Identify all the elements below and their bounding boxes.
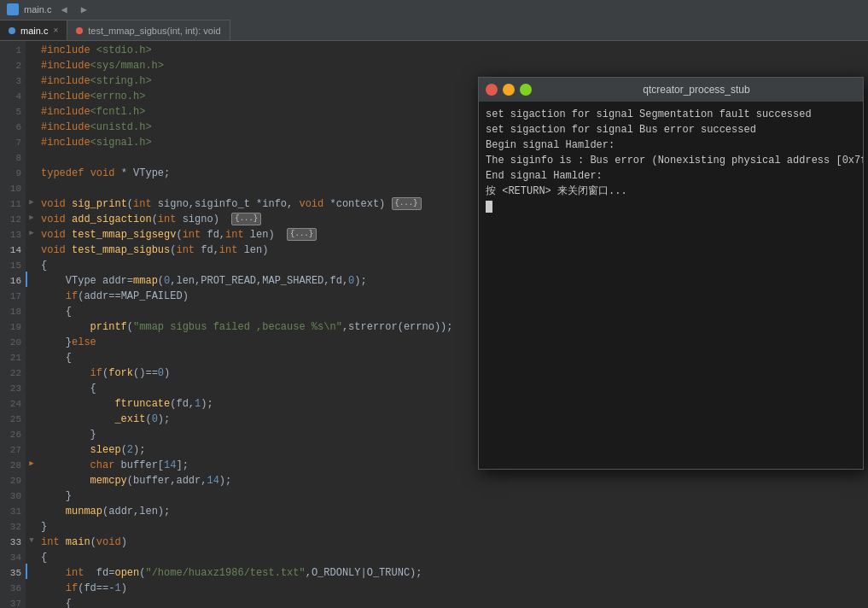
ln-10: 10 [0, 181, 21, 196]
ln-2: 2 [0, 58, 21, 73]
terminal-line-3: Begin signal Hamlder: [486, 139, 615, 151]
ln-4: 4 [0, 89, 21, 104]
collapse-test-sigsegv[interactable]: {...} [287, 228, 317, 241]
terminal-minimize-button[interactable] [503, 84, 515, 96]
collapse-sig-print[interactable]: {...} [392, 197, 422, 210]
tab-arrow-left[interactable]: ◀ [56, 3, 71, 16]
terminal-line-1: set sigaction for signal Segmentation fa… [486, 108, 812, 120]
terminal-line-2: set sigaction for signal Bus error succe… [486, 124, 756, 136]
title-bar-icons [7, 3, 19, 15]
ln-1: 1 [0, 43, 21, 58]
ln-18: 18 [0, 304, 21, 319]
ln-16: 16 [0, 273, 21, 289]
tab-test-mmap[interactable]: test_mmap_sigbus(int, int): void [67, 20, 230, 40]
line-numbers: 1 2 3 4 5 6 7 8 9 10 11 12 13 14 15 16 1… [0, 41, 26, 608]
collapse-add-sigaction[interactable]: {...} [231, 213, 261, 225]
tab-bar: main.c × test_mmap_sigbus(int, int): voi… [0, 19, 868, 41]
ln-27: 27 [0, 442, 21, 458]
ln-24: 24 [0, 396, 21, 412]
fold-13[interactable]: ▶ [26, 225, 38, 241]
app-icon [7, 3, 19, 15]
ln-19: 19 [0, 319, 21, 335]
ln-26: 26 [0, 427, 21, 442]
ln-20: 20 [0, 335, 21, 350]
ln-22: 22 [0, 365, 21, 381]
fold-28[interactable]: ▶ [26, 456, 38, 471]
ln-17: 17 [0, 289, 21, 304]
ln-11: 11 [0, 196, 21, 212]
ln-34: 34 [0, 550, 21, 565]
ln-36: 36 [0, 581, 21, 596]
ln-21: 21 [0, 350, 21, 365]
fold-12[interactable]: ▶ [26, 210, 38, 225]
fold-column: ▶ ▶ ▶ ▶ ▼ [26, 41, 38, 608]
terminal-cursor [486, 201, 492, 213]
ln-9: 9 [0, 166, 21, 181]
tab-dot-test-mmap [76, 27, 83, 34]
ln-15: 15 [0, 258, 21, 273]
ln-37: 37 [0, 596, 21, 608]
terminal-window: qtcreator_process_stub set sigaction for… [478, 77, 864, 470]
fold-11[interactable]: ▶ [26, 195, 38, 210]
ln-7: 7 [0, 135, 21, 150]
ln-31: 31 [0, 504, 21, 519]
ln-6: 6 [0, 120, 21, 135]
tab-arrow-right[interactable]: ▶ [77, 3, 91, 16]
fold-33[interactable]: ▼ [26, 533, 38, 548]
ln-32: 32 [0, 519, 21, 535]
terminal-line-5: End signal Hamlder: [486, 170, 603, 182]
ln-23: 23 [0, 381, 21, 396]
terminal-title: qtcreator_process_stub [537, 84, 856, 96]
ln-5: 5 [0, 104, 21, 120]
tab-dot-main-c [9, 27, 15, 34]
window-title: main.c [24, 4, 51, 15]
ln-3: 3 [0, 73, 21, 89]
ln-29: 29 [0, 473, 21, 488]
terminal-line-4: The siginfo is : Bus error (Nonexisting … [486, 155, 863, 167]
terminal-maximize-button[interactable] [520, 84, 532, 96]
ln-25: 25 [0, 412, 21, 427]
ln-14: 14 [0, 243, 21, 258]
tab-label-test-mmap: test_mmap_sigbus(int, int): void [88, 26, 220, 36]
tab-label-main-c: main.c [20, 26, 48, 36]
tab-main-c[interactable]: main.c × [0, 20, 67, 40]
ln-33: 33 [0, 535, 21, 550]
terminal-titlebar: qtcreator_process_stub [479, 78, 863, 102]
ln-35: 35 [0, 565, 21, 581]
terminal-line-6: 按 <RETURN> 来关闭窗口... [486, 185, 627, 197]
ln-28: 28 [0, 458, 21, 473]
ln-13: 13 [0, 227, 21, 243]
terminal-close-button[interactable] [486, 84, 498, 96]
terminal-content: set sigaction for signal Segmentation fa… [479, 102, 863, 469]
ln-12: 12 [0, 212, 21, 227]
ln-8: 8 [0, 150, 21, 166]
ln-30: 30 [0, 488, 21, 504]
tab-close-main-c[interactable]: × [53, 26, 58, 35]
title-bar: main.c ◀ ▶ [0, 0, 868, 19]
